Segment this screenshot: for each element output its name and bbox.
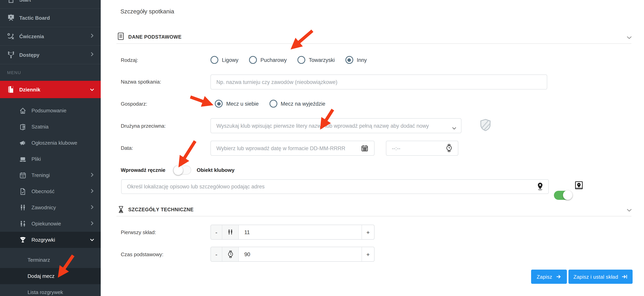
journal-book-icon bbox=[7, 85, 15, 94]
stepper-plus-button[interactable]: + bbox=[362, 225, 374, 239]
radio-option-mecz-u-siebie[interactable]: Mecz u siebie bbox=[215, 100, 259, 108]
sidebar-item-label: Ćwiczenia bbox=[19, 33, 44, 39]
sidebar-item-label: Treningi bbox=[32, 172, 50, 178]
megaphone-icon bbox=[19, 139, 27, 147]
chevron-right-icon bbox=[90, 52, 94, 58]
sidebar-item-dziennik[interactable]: Dziennik bbox=[0, 81, 101, 98]
radio-option-ligowy[interactable]: Ligowy bbox=[210, 56, 238, 64]
save-and-lineup-button[interactable]: Zapisz i ustal skład bbox=[568, 270, 632, 284]
drive-files-icon bbox=[19, 155, 27, 163]
radio-ligowy[interactable] bbox=[210, 56, 218, 64]
radio-option-mecz-na-wyjezdzie[interactable]: Mecz na wyjeździe bbox=[269, 100, 325, 108]
sidebar-item-label: Dostępy bbox=[19, 52, 40, 58]
field-label-data: Data: bbox=[121, 145, 133, 151]
chevron-right-icon bbox=[90, 221, 94, 227]
toggle-knob bbox=[563, 190, 572, 200]
chevron-right-icon bbox=[90, 33, 94, 39]
clock-icon-cell bbox=[222, 247, 239, 261]
sidebar-item-label: Dodaj mecz bbox=[28, 273, 54, 279]
chevron-down-icon bbox=[90, 237, 94, 243]
sidebar-item-cwiczenia[interactable]: Ćwiczenia bbox=[0, 27, 101, 46]
location-input[interactable] bbox=[121, 179, 549, 194]
date-input[interactable] bbox=[210, 141, 374, 156]
radio-towarzyski[interactable] bbox=[298, 56, 305, 64]
arrow-to-bar-icon bbox=[622, 274, 628, 279]
save-button[interactable]: Zapisz bbox=[531, 270, 567, 284]
guardians-man-woman-icon bbox=[19, 220, 27, 228]
sidebar-item-label: Opiekunowie bbox=[32, 221, 61, 227]
document-icon bbox=[118, 32, 124, 42]
sidebar-item-podsumowanie[interactable]: Podsumowanie bbox=[0, 102, 101, 119]
collapse-section-basic-chevron-icon[interactable] bbox=[626, 34, 632, 41]
sidebar-item-pliki[interactable]: Pliki bbox=[0, 151, 101, 167]
collapse-section-technical-chevron-icon[interactable] bbox=[626, 207, 632, 214]
manual-entry-toggle[interactable] bbox=[173, 166, 191, 175]
tactic-board-icon bbox=[7, 14, 15, 22]
base-time-value[interactable]: 90 bbox=[239, 247, 362, 261]
radio-inny-selected[interactable] bbox=[346, 56, 353, 64]
rodzaj-radio-group: Ligowy Pucharowy Towarzyski Inny bbox=[210, 56, 367, 64]
druzyna-przeciwna-select[interactable] bbox=[210, 118, 462, 133]
hourglass-icon bbox=[118, 206, 124, 215]
field-label-druzyna: Drużyna przeciwna: bbox=[121, 123, 166, 129]
radio-mecz-u-siebie-selected[interactable] bbox=[215, 100, 223, 108]
field-label-rodzaj: Rodzaj: bbox=[121, 57, 138, 63]
section-divider bbox=[116, 43, 632, 44]
sidebar-item-label: Ogłoszenia klubowe bbox=[32, 140, 77, 146]
sidebar-item-start[interactable]: Start bbox=[0, 0, 101, 9]
menu-section-label: MENU bbox=[0, 64, 101, 81]
field-label-sklad: Pierwszy skład: bbox=[121, 229, 156, 235]
lineup-size-stepper: - 11 + bbox=[210, 225, 374, 240]
chevron-right-icon bbox=[90, 172, 94, 178]
sidebar-item-lista-rozgrywek[interactable]: Lista rozgrywek bbox=[0, 284, 101, 296]
sidebar-item-opiekunowie[interactable]: Opiekunowie bbox=[0, 216, 101, 232]
stepper-minus-button[interactable]: - bbox=[211, 247, 222, 261]
sidebar-item-label: Zawodnicy bbox=[32, 205, 56, 210]
door-exit-icon bbox=[19, 123, 27, 131]
players-icon-cell bbox=[222, 225, 239, 239]
club-crest-shield-placeholder-icon bbox=[480, 119, 491, 133]
sidebar-item-label: Dziennik bbox=[19, 86, 40, 92]
sidebar-item-treningi[interactable]: 31 Treningi bbox=[0, 167, 101, 183]
sidebar-item-label: Terminarz bbox=[28, 257, 50, 263]
sidebar-item-tactic-board[interactable]: Tactic Board bbox=[0, 9, 101, 27]
sidebar-item-terminarz[interactable]: Terminarz bbox=[0, 252, 101, 268]
gospodarz-radio-group: Mecz u siebie Mecz na wyjeździe bbox=[215, 100, 325, 108]
calendar-icon: 31 bbox=[19, 171, 27, 179]
sidebar-item-rozgrywki[interactable]: Rozgrywki bbox=[0, 232, 101, 248]
section-title-basic: DANE PODSTAWOWE bbox=[128, 34, 182, 40]
stepper-plus-button[interactable]: + bbox=[362, 247, 374, 261]
radio-option-towarzyski[interactable]: Towarzyski bbox=[298, 56, 335, 64]
sidebar-item-dostepy[interactable]: Dostępy bbox=[0, 46, 101, 64]
radio-mecz-na-wyjezdzie[interactable] bbox=[269, 100, 277, 108]
nazwa-spotkania-input[interactable] bbox=[210, 74, 547, 89]
sidebar-item-label: Szatnia bbox=[32, 124, 48, 130]
sidebar-item-dodaj-mecz[interactable]: Dodaj mecz bbox=[0, 268, 101, 284]
section-divider bbox=[116, 216, 632, 216]
stepper-minus-button[interactable]: - bbox=[211, 225, 222, 239]
radio-option-inny[interactable]: Inny bbox=[346, 56, 367, 64]
main-content: Szczegóły spotkania DANE PODSTAWOWE Rodz… bbox=[101, 0, 644, 296]
svg-text:31: 31 bbox=[22, 175, 24, 178]
map-location-toggle[interactable] bbox=[554, 191, 572, 200]
arrow-right-icon bbox=[556, 274, 562, 279]
map-pin-square-icon[interactable] bbox=[575, 181, 583, 192]
radio-option-pucharowy[interactable]: Pucharowy bbox=[249, 56, 287, 64]
sidebar-item-ogloszenia[interactable]: Ogłoszenia klubowe bbox=[0, 135, 101, 151]
radio-pucharowy[interactable] bbox=[249, 56, 257, 64]
home-icon bbox=[7, 0, 15, 4]
field-label-gospodarz: Gospodarz: bbox=[121, 101, 147, 107]
chevron-right-icon bbox=[90, 188, 94, 195]
chevron-down-icon bbox=[90, 86, 94, 92]
field-label-nazwa: Nazwa spotkania: bbox=[121, 79, 161, 85]
sidebar-item-szatnia[interactable]: Szatnia bbox=[0, 119, 101, 135]
sidebar-item-zawodnicy[interactable]: Zawodnicy bbox=[0, 199, 101, 216]
field-label-czas: Czas podstawowy: bbox=[121, 251, 164, 257]
dziennik-submenu: Podsumowanie Szatnia Ogłoszenia klubowe … bbox=[0, 98, 101, 296]
section-title-technical: SZCZEGÓŁY TECHNICZNE bbox=[128, 207, 194, 212]
sidebar: Start Tactic Board Ćwiczenia Dostępy bbox=[0, 0, 101, 296]
lineup-size-value[interactable]: 11 bbox=[239, 225, 362, 239]
time-input[interactable] bbox=[386, 141, 458, 156]
sidebar-item-obecnosc[interactable]: Obecność bbox=[0, 183, 101, 199]
manual-entry-label: Wprowadź ręcznie bbox=[121, 167, 166, 173]
